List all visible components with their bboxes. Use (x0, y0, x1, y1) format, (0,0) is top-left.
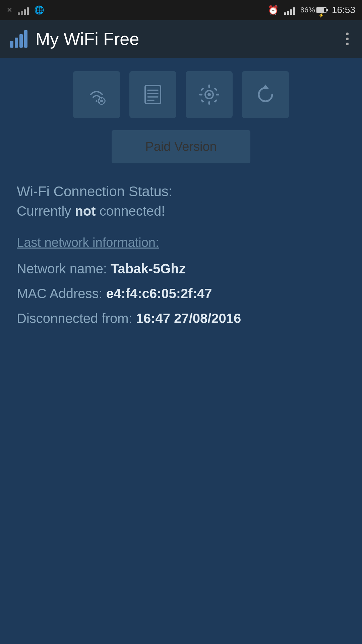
overflow-menu-button[interactable] (343, 29, 352, 49)
signal-bar-3 (24, 9, 26, 15)
svg-rect-5 (105, 101, 106, 102)
wifi-status-emphasis: not (75, 204, 96, 218)
battery-fill (317, 8, 324, 12)
overflow-dot-3 (346, 43, 349, 45)
status-time: 16:53 (332, 5, 355, 15)
svg-rect-10 (145, 86, 161, 104)
refresh-icon (254, 83, 277, 106)
disconnected-line: Disconnected from: 16:47 27/08/2016 (17, 309, 345, 328)
network-name-line: Network name: Tabak-5Ghz (17, 259, 345, 278)
paid-version-row: Paid Version (17, 130, 345, 163)
svg-rect-18 (208, 101, 210, 105)
svg-rect-17 (208, 85, 210, 88)
logo-bar-3 (19, 34, 23, 48)
battery-icon: ⚡ (316, 7, 326, 13)
signal-bar-r1 (284, 12, 286, 15)
status-bar: ✕ 🌐 ⏰ 86% ⚡ 16:53 (0, 0, 362, 20)
wifi-status-section: Wi-Fi Connection Status: Currently not c… (17, 183, 345, 219)
logo-bar-4 (24, 30, 27, 48)
overflow-dot-2 (346, 38, 349, 40)
alarm-icon: ⏰ (268, 5, 279, 15)
signal-bar-2 (21, 11, 23, 15)
svg-point-1 (100, 100, 103, 102)
network-name-label: Network name: (17, 261, 111, 276)
svg-rect-4 (98, 101, 99, 102)
mac-address-label: MAC Address: (17, 286, 106, 301)
globe-icon: 🌐 (34, 5, 44, 15)
wifi-settings-button[interactable] (73, 71, 120, 118)
logo-bar-1 (10, 41, 13, 48)
overflow-dot-1 (346, 33, 349, 35)
disconnected-label: Disconnected from: (17, 311, 136, 326)
refresh-button[interactable] (242, 71, 289, 118)
settings-button[interactable] (186, 71, 233, 118)
mac-address-value: e4:f4:c6:05:2f:47 (106, 286, 212, 301)
svg-rect-23 (200, 99, 204, 103)
main-content: Paid Version Wi-Fi Connection Status: Cu… (0, 58, 362, 644)
logo-bar-2 (15, 38, 18, 48)
network-info-title: Last network information: (17, 235, 345, 250)
svg-rect-21 (200, 88, 204, 91)
network-name-value: Tabak-5Ghz (111, 261, 186, 276)
status-bar-left: ✕ 🌐 (7, 5, 44, 15)
svg-rect-3 (101, 104, 102, 105)
svg-rect-20 (216, 94, 219, 96)
svg-point-16 (207, 93, 211, 96)
svg-rect-22 (214, 88, 218, 91)
svg-rect-24 (214, 99, 218, 103)
app-title: My WiFi Free (36, 29, 139, 49)
svg-rect-2 (101, 97, 102, 99)
wifi-status-suffix: connected! (96, 204, 165, 218)
wifi-status-prefix: Currently (17, 204, 75, 218)
battery-outline: ⚡ (316, 7, 326, 13)
network-info-section: Last network information: Network name: … (17, 235, 345, 328)
wifi-status-title: Wi-Fi Connection Status: (17, 183, 345, 200)
signal-bars-right (284, 5, 295, 15)
app-bar: My WiFi Free (0, 20, 362, 58)
x-mark-icon: ✕ (7, 6, 12, 14)
paid-version-button[interactable]: Paid Version (112, 130, 250, 163)
bolt-icon: ⚡ (318, 12, 324, 18)
signal-bar-r4 (293, 7, 295, 15)
wifi-status-text: Currently not connected! (17, 204, 345, 219)
app-bar-left: My WiFi Free (10, 29, 139, 49)
settings-icon (197, 83, 221, 106)
signal-bar-4 (27, 7, 29, 15)
battery-percent: 86% (300, 6, 315, 14)
status-bar-right: ⏰ 86% ⚡ 16:53 (268, 5, 355, 15)
disconnected-value: 16:47 27/08/2016 (136, 311, 241, 326)
signal-bar-r2 (287, 11, 289, 15)
app-logo-icon (10, 30, 27, 48)
toolbar-row (17, 71, 345, 118)
wifi-settings-icon (85, 83, 108, 106)
mac-address-line: MAC Address: e4:f4:c6:05:2f:47 (17, 284, 345, 303)
signal-bar-1 (18, 12, 20, 15)
svg-rect-19 (199, 94, 202, 96)
log-button[interactable] (129, 71, 176, 118)
battery-container: 86% ⚡ (300, 6, 326, 14)
svg-marker-25 (262, 85, 269, 89)
signal-bar-r3 (290, 9, 292, 15)
signal-logo (10, 30, 27, 48)
log-icon (141, 83, 165, 106)
signal-bars-left (18, 5, 29, 15)
